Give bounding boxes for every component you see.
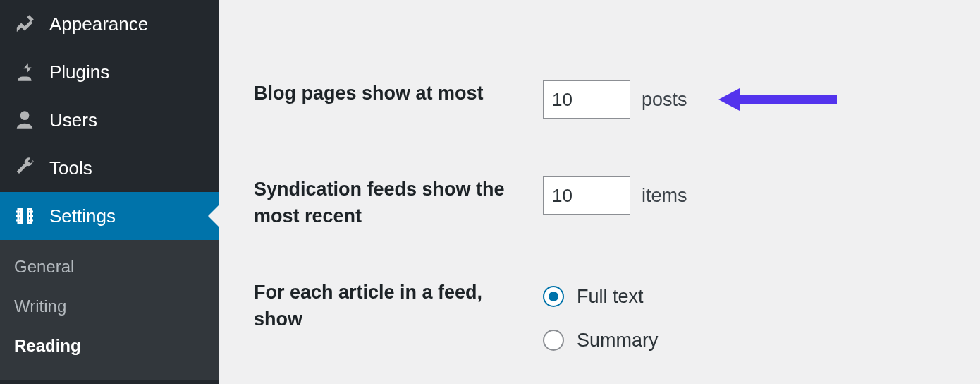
radio-option-summary[interactable]: Summary xyxy=(543,323,659,357)
settings-submenu: General Writing Reading xyxy=(0,240,219,380)
blog-pages-input[interactable] xyxy=(543,80,630,119)
sidebar-item-label: Appearance xyxy=(49,13,148,35)
radio-full-text[interactable] xyxy=(543,286,564,307)
radio-option-full-text[interactable]: Full text xyxy=(543,280,659,313)
submenu-item-reading[interactable]: Reading xyxy=(0,326,219,366)
row-syndication-feeds: Syndication feeds show the most recent i… xyxy=(254,176,687,230)
sidebar-item-appearance[interactable]: Appearance xyxy=(0,0,219,48)
submenu-item-writing[interactable]: Writing xyxy=(0,287,219,326)
users-icon xyxy=(13,108,37,132)
radio-label-full-text: Full text xyxy=(577,286,644,308)
sidebar-item-label: Plugins xyxy=(49,61,109,83)
syndication-feeds-input[interactable] xyxy=(543,176,630,215)
field-syndication-feeds: items xyxy=(543,176,687,215)
admin-sidebar: Appearance Plugins Users Tools Settings … xyxy=(0,0,219,384)
svg-marker-1 xyxy=(718,88,740,111)
sidebar-item-label: Users xyxy=(49,109,97,131)
sidebar-item-settings[interactable]: Settings xyxy=(0,192,219,240)
annotation-arrow-icon xyxy=(717,85,837,114)
syndication-feeds-unit: items xyxy=(642,185,687,207)
blog-pages-unit: posts xyxy=(642,89,687,111)
row-article-feed: For each article in a feed, show Full te… xyxy=(254,280,659,357)
field-article-feed: Full text Summary xyxy=(543,280,659,357)
label-syndication-feeds: Syndication feeds show the most recent xyxy=(254,176,522,230)
sidebar-item-label: Tools xyxy=(49,157,92,179)
row-blog-pages: Blog pages show at most posts xyxy=(254,80,837,119)
sidebar-item-users[interactable]: Users xyxy=(0,96,219,144)
label-article-feed: For each article in a feed, show xyxy=(254,280,522,333)
submenu-item-general[interactable]: General xyxy=(0,247,219,287)
settings-content: Blog pages show at most posts Syndicatio… xyxy=(219,0,980,384)
appearance-icon xyxy=(13,12,37,36)
radio-label-summary: Summary xyxy=(577,330,659,352)
sidebar-item-label: Settings xyxy=(49,205,116,227)
field-blog-pages: posts xyxy=(543,80,837,119)
settings-icon xyxy=(13,204,37,228)
radio-summary[interactable] xyxy=(543,330,564,351)
plugins-icon xyxy=(13,60,37,84)
label-blog-pages: Blog pages show at most xyxy=(254,80,522,107)
sidebar-item-plugins[interactable]: Plugins xyxy=(0,48,219,96)
sidebar-item-tools[interactable]: Tools xyxy=(0,144,219,192)
tools-icon xyxy=(13,156,37,180)
